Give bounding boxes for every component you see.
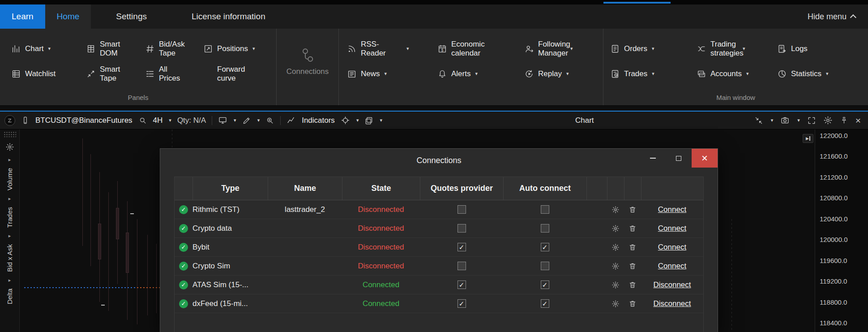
chevron-down-icon[interactable]: ▾	[797, 117, 800, 123]
connect-link[interactable]: Connect	[658, 262, 686, 270]
chevron-down-icon[interactable]: ▾	[380, 117, 382, 123]
table-row: ✓ Bybit Disconnected ✓ ✓ Connect	[175, 238, 703, 257]
gear-icon[interactable]	[611, 300, 620, 308]
ribbon-item-economic-calendar[interactable]: $ Economic calendar	[437, 36, 524, 61]
header-type: Type	[192, 177, 268, 200]
symbol-label[interactable]: BTCUSDT@BinanceFutures	[35, 116, 133, 125]
auto-connect-checkbox[interactable]: ✓	[541, 262, 549, 270]
expander-icon[interactable]: ▸	[9, 233, 11, 239]
ribbon-item-accounts[interactable]: Accounts ▾	[697, 61, 777, 86]
pencil-icon[interactable]	[242, 116, 251, 125]
check-icon: ✓	[541, 281, 549, 289]
disconnect-link[interactable]: Disconnect	[653, 299, 691, 308]
gear-icon[interactable]	[611, 262, 620, 270]
trash-icon[interactable]	[629, 206, 637, 214]
indicators-label[interactable]: Indicators	[302, 116, 335, 125]
ribbon-item-logs[interactable]: Logs	[777, 36, 868, 61]
gear-icon[interactable]	[611, 206, 620, 214]
ribbon-item-smart-tape[interactable]: Smart Tape	[86, 61, 145, 86]
connect-link[interactable]: Connect	[658, 243, 686, 251]
auto-connect-checkbox[interactable]: ✓	[541, 205, 549, 214]
quotes-provider-checkbox[interactable]: ✓	[458, 299, 466, 308]
auto-connect-checkbox[interactable]: ✓	[541, 224, 549, 233]
ribbon-item-rss-reader[interactable]: RSS-Reader ▾	[347, 36, 437, 61]
ribbon-item-news[interactable]: News ▾	[347, 61, 437, 86]
ribbon-item-replay[interactable]: Replay ▾	[524, 61, 603, 86]
close-icon[interactable]: ×	[855, 116, 861, 125]
chevron-down-icon[interactable]: ▾	[356, 117, 359, 123]
ribbon-item-positions[interactable]: Positions ▾	[203, 36, 276, 61]
ribbon-item-trading-strategies[interactable]: Trading strategies ▾	[697, 36, 777, 61]
rail-tab-bidxask[interactable]: Bid x Ask	[6, 244, 13, 272]
chevron-down-icon[interactable]: ▾	[169, 117, 171, 123]
ribbon-item-smart-dom[interactable]: Smart DOM	[86, 36, 145, 61]
status-ok-icon: ✓	[179, 224, 188, 233]
ribbon-item-forward-curve[interactable]: Forward curve	[203, 61, 276, 86]
rail-tab-trades[interactable]: Trades	[6, 207, 13, 228]
go-to-latest-button[interactable]: ▶	[803, 134, 813, 143]
camera-icon[interactable]	[780, 116, 790, 125]
gear-icon[interactable]	[611, 224, 620, 233]
ribbon-item-following-manager[interactable]: Following Manager ▾	[524, 36, 603, 61]
quotes-provider-checkbox[interactable]: ✓	[458, 262, 466, 270]
zoom-in-icon[interactable]	[265, 116, 274, 125]
expander-icon[interactable]: ▸	[9, 157, 11, 163]
close-button[interactable]: ×	[692, 149, 718, 168]
hide-menu-button[interactable]: Hide menu	[796, 4, 868, 29]
gear-icon[interactable]	[611, 281, 620, 289]
dialog-titlebar[interactable]: Connections ×	[160, 149, 718, 172]
quotes-provider-checkbox[interactable]: ✓	[458, 224, 466, 233]
monitor-icon[interactable]	[218, 116, 227, 125]
trash-icon[interactable]	[629, 262, 637, 270]
fullscreen-icon[interactable]	[807, 116, 816, 125]
maximize-button[interactable]	[666, 149, 692, 168]
ribbon-item-chart[interactable]: Chart ▾	[11, 36, 86, 61]
ribbon-item-watchlist[interactable]: Watchlist	[11, 61, 86, 86]
connect-link[interactable]: Connect	[658, 205, 686, 214]
disconnect-link[interactable]: Disconnect	[653, 280, 691, 289]
collapse-icon[interactable]	[754, 116, 763, 125]
ribbon-item-statistics[interactable]: Statistics ▾	[777, 61, 868, 86]
connect-link[interactable]: Connect	[658, 224, 686, 233]
crosshair-icon[interactable]	[341, 116, 350, 125]
chevron-down-icon[interactable]: ▾	[257, 117, 260, 123]
drag-handle-icon[interactable]	[4, 131, 16, 137]
tab-learn[interactable]: Learn	[0, 4, 45, 29]
rail-tab-volume[interactable]: Volume	[6, 168, 13, 190]
trash-icon[interactable]	[629, 243, 637, 251]
gear-icon[interactable]	[5, 142, 14, 151]
expander-icon[interactable]: ▸	[9, 277, 11, 283]
ribbon-item-orders[interactable]: Orders ▾	[610, 36, 697, 61]
rail-tab-delta[interactable]: Delta	[6, 289, 13, 304]
quotes-provider-checkbox[interactable]: ✓	[458, 205, 466, 214]
trash-icon[interactable]	[629, 281, 637, 289]
auto-connect-checkbox[interactable]: ✓	[541, 299, 549, 308]
timeframe-selector[interactable]: 4H	[153, 116, 163, 125]
trash-icon[interactable]	[629, 300, 637, 308]
ribbon-item-all-prices[interactable]: All Prices	[145, 61, 203, 86]
chevron-down-icon[interactable]: ▾	[234, 117, 236, 123]
quotes-provider-checkbox[interactable]: ✓	[458, 243, 466, 251]
ribbon-item-alerts[interactable]: Alerts ▾	[437, 61, 524, 86]
search-icon[interactable]	[138, 116, 147, 125]
tab-settings[interactable]: Settings	[104, 4, 158, 29]
indicators-icon[interactable]	[286, 116, 296, 125]
tab-home[interactable]: Home	[45, 4, 91, 29]
auto-connect-checkbox[interactable]: ✓	[541, 280, 549, 289]
ribbon-item-trades[interactable]: Trades ▾	[610, 61, 697, 86]
gear-icon[interactable]	[611, 243, 620, 251]
gear-icon[interactable]	[823, 116, 833, 125]
price-axis[interactable]: 122000.0 121600.0 121200.0 120800.0 1204…	[815, 129, 868, 332]
quotes-provider-checkbox[interactable]: ✓	[458, 280, 466, 289]
minimize-button[interactable]	[640, 149, 666, 168]
chevron-down-icon[interactable]: ▾	[771, 117, 774, 123]
expander-icon[interactable]: ▸	[9, 196, 11, 202]
auto-connect-checkbox[interactable]: ✓	[541, 243, 549, 251]
ribbon-item-bidask-tape[interactable]: Bid/Ask Tape	[145, 36, 203, 61]
trash-icon[interactable]	[629, 224, 637, 233]
connections-button[interactable]: Connections	[277, 29, 338, 94]
pin-icon[interactable]	[840, 116, 848, 125]
layers-icon[interactable]	[364, 116, 373, 125]
tab-license-information[interactable]: License information	[180, 4, 277, 29]
qty-label[interactable]: Qty: N/A	[177, 116, 206, 125]
